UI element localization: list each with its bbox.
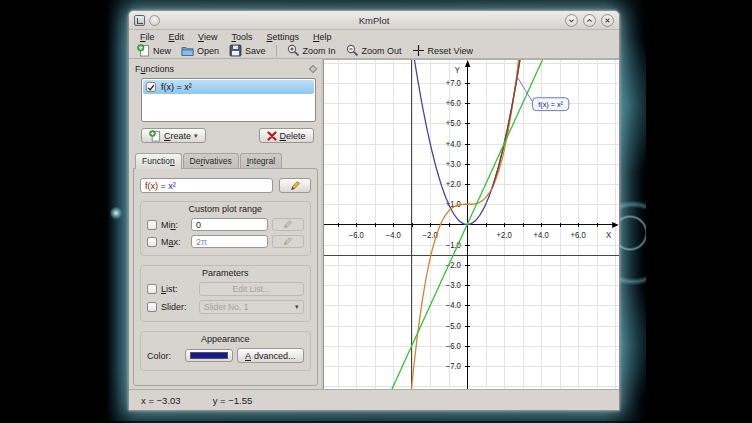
y-tick-label: +4.0 (445, 139, 461, 148)
delete-x-icon (267, 131, 277, 141)
delete-button-label: Delete (280, 131, 306, 141)
function-tab-panel: f(x) = x² Custom plot range Min: 0 (133, 168, 318, 386)
x-axis-label: X (606, 231, 612, 240)
slider-label: Slider: (161, 302, 195, 312)
status-x-coordinate: x = −3.03 (141, 395, 181, 406)
minimize-button[interactable] (565, 14, 578, 27)
checkmark-icon (147, 83, 155, 92)
x-tick-label: +6.0 (570, 231, 586, 240)
toolbar-reset-view-button[interactable]: Reset View (408, 43, 477, 58)
toolbar-open-button[interactable]: Open (177, 43, 223, 58)
edit-min-button[interactable] (272, 218, 304, 231)
advanced-button[interactable]: Advanced... (237, 348, 304, 363)
app-icon[interactable] (134, 15, 145, 26)
function-visible-checkbox[interactable] (146, 82, 156, 92)
menu-edit[interactable]: Edit (162, 32, 192, 42)
function-label-text: f(x) = x² (538, 100, 563, 109)
edit-list-button[interactable]: Edit List... (199, 282, 304, 296)
float-dock-icon[interactable] (308, 64, 316, 72)
desktop: KmPlot FileEditViewToolsSettingsHelp New… (0, 0, 752, 423)
appearance-title: Appearance (147, 334, 304, 344)
reset-view-icon (412, 44, 425, 57)
equation-expression: x² (168, 181, 176, 191)
tab-function[interactable]: Function (135, 153, 182, 169)
window-title: KmPlot (129, 15, 619, 26)
titlebar[interactable]: KmPlot (129, 11, 619, 30)
pencil-icon (282, 236, 293, 247)
parameters-group: Parameters List: Edit List... Slider: Sl… (140, 265, 311, 322)
menu-tools[interactable]: Tools (224, 32, 259, 42)
zoom-out-icon (346, 44, 359, 57)
open-icon (181, 44, 194, 57)
appearance-group: Appearance Color: Advanced... (140, 331, 311, 371)
function-list[interactable]: f(x) = x² (141, 78, 316, 122)
toolbar-separator (276, 45, 277, 57)
toolbar-new-button[interactable]: New (133, 43, 175, 58)
y-tick-label: +2.0 (445, 180, 461, 189)
y-tick-label: +7.0 (445, 79, 461, 88)
menu-view[interactable]: View (191, 32, 224, 42)
delete-button[interactable]: Delete (259, 128, 314, 143)
new-function-icon: 13"> (149, 130, 161, 142)
tick-labels: −6.0−4.0−2.0+2.0+4.0+6.0+7.0+6.0+5.0+4.0… (348, 66, 611, 371)
toolbar-zoom-in-button[interactable]: Zoom In (283, 43, 340, 58)
pin-button[interactable] (149, 15, 160, 26)
equation-equals: = (158, 181, 168, 191)
menu-settings[interactable]: Settings (259, 32, 306, 42)
x-tick-label: −6.0 (348, 231, 364, 240)
equation-fname: f(x) (145, 181, 158, 191)
toolbar-button-label: Open (197, 46, 219, 56)
menu-file[interactable]: File (133, 32, 162, 42)
toolbar-button-label: New (153, 46, 171, 56)
min-input[interactable]: 0 (191, 218, 268, 231)
x-tick-label: +2.0 (496, 231, 512, 240)
toolbar-save-button[interactable]: Save (225, 43, 270, 58)
y-tick-label: −7.0 (445, 362, 461, 371)
plot-area[interactable]: −6.0−4.0−2.0+2.0+4.0+6.0+7.0+6.0+5.0+4.0… (323, 59, 619, 389)
dock-title: Functions (135, 64, 174, 74)
chevron-down-icon: ▾ (295, 303, 299, 311)
color-swatch (190, 352, 228, 359)
color-label: Color: (147, 351, 181, 361)
max-checkbox[interactable] (147, 237, 157, 247)
toolbar-zoom-out-button[interactable]: Zoom Out (342, 43, 406, 58)
maximize-icon (584, 14, 595, 27)
color-swatch-button[interactable] (185, 349, 233, 362)
max-input[interactable]: 2π (191, 235, 268, 248)
create-button[interactable]: 13">Create▾ (141, 128, 206, 143)
x-tick-label: +4.0 (533, 231, 549, 240)
function-list-item-label: f(x) = x² (161, 82, 192, 92)
y-tick-label: −4.0 (445, 301, 461, 310)
toolbar-button-label: Zoom In (303, 46, 336, 56)
max-label: Max: (161, 237, 187, 247)
y-tick-label: −6.0 (445, 341, 461, 350)
list-checkbox[interactable] (147, 284, 157, 294)
custom-plot-range-group: Custom plot range Min: 0 Max: 2π (140, 201, 311, 256)
function-list-item[interactable]: f(x) = x² (143, 80, 314, 94)
tabbar: FunctionDerivativesIntegral (135, 151, 318, 168)
slider-select[interactable]: Slider No. 1▾ (199, 300, 304, 314)
chevron-down-icon: ▾ (194, 132, 198, 140)
x-tick-label: −4.0 (385, 231, 401, 240)
tab-derivatives[interactable]: Derivatives (183, 153, 239, 168)
toolbar: NewOpenSaveZoom InZoom OutReset View (129, 43, 619, 59)
close-button[interactable] (601, 14, 614, 27)
min-checkbox[interactable] (147, 220, 157, 230)
slider-checkbox[interactable] (147, 302, 157, 312)
kmplot-window: KmPlot FileEditViewToolsSettingsHelp New… (128, 10, 620, 411)
edit-max-button[interactable] (272, 235, 304, 248)
y-tick-label: +3.0 (445, 160, 461, 169)
tab-integral[interactable]: Integral (240, 153, 282, 168)
equation-input[interactable]: f(x) = x² (140, 178, 273, 193)
y-axis-label: Y (454, 66, 460, 75)
plot-canvas[interactable]: −6.0−4.0−2.0+2.0+4.0+6.0+7.0+6.0+5.0+4.0… (324, 60, 619, 389)
pencil-icon (282, 219, 293, 230)
y-tick-label: −3.0 (445, 281, 461, 290)
custom-plot-range-title: Custom plot range (147, 204, 304, 214)
maximize-button[interactable] (583, 14, 596, 27)
edit-equation-button[interactable] (279, 178, 311, 193)
pencil-icon (289, 180, 301, 192)
toolbar-button-label: Save (245, 46, 266, 56)
menu-help[interactable]: Help (306, 32, 339, 42)
new-icon (137, 44, 150, 57)
